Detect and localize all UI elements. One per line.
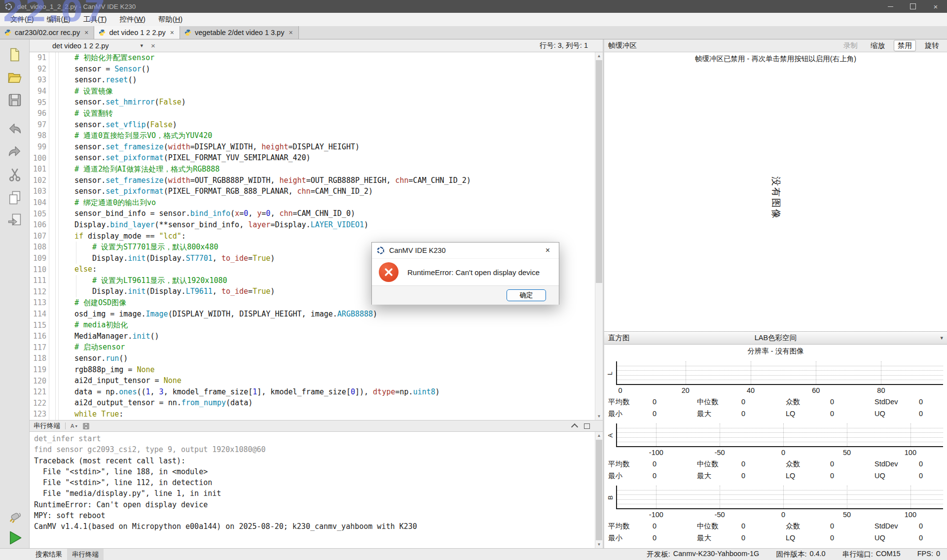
editor-scrollbar[interactable]: ▲ ▼ [595,52,603,420]
maximize-button[interactable] [902,0,924,13]
new-file-button[interactable] [5,45,24,64]
indent-guide [58,386,59,398]
terminal-scrollbar[interactable]: ▲ ▼ [595,432,603,548]
tab-close-icon[interactable]: × [83,29,89,36]
menu-item[interactable]: 控件(W) [113,15,151,24]
tab-close-icon[interactable]: × [169,29,175,36]
indent-guide [58,119,59,131]
frame-buffer-buttons: 录制缩放禁用旋转 [839,40,943,51]
line-number: 91 [30,53,49,62]
cut-button[interactable] [5,166,24,184]
frame-buffer-button[interactable]: 缩放 [867,40,889,51]
error-icon [379,262,399,282]
code-text: sensor.reset() [57,74,137,86]
document-selector[interactable]: det video 1 2 2.py [52,42,109,50]
python-file-icon [184,29,191,36]
tab-label: det video 1 2 2.py [109,29,165,36]
menu-item[interactable]: 工具(T) [77,15,113,24]
code-line: 116MediaManager.init() [30,331,603,342]
code-line: 114osd_img = image.Image(DISPLAY_WIDTH, … [30,309,603,320]
dialog-close-icon[interactable]: × [542,246,554,255]
frame-buffer-disabled-message: 帧缓冲区已禁用 - 再次单击禁用按钮以启用(右上角) [604,52,947,65]
popout-icon[interactable] [584,423,590,429]
tab-close-icon[interactable]: × [288,29,293,36]
stat-label: 最大 [697,532,741,544]
stat-value: 0 [830,520,874,532]
stat-value: 0 [653,408,697,420]
menu-item[interactable]: 文件(F) [4,15,40,24]
left-toolbar [0,39,30,548]
save-file-button[interactable] [5,91,24,109]
redo-button[interactable] [5,143,24,162]
serial-terminal[interactable]: det_infer startfind sensor gc2093_csi2, … [30,432,603,548]
save-log-icon[interactable] [83,423,89,429]
terminal-scrollbar-thumb[interactable] [596,440,602,540]
ok-button[interactable]: 确定 [507,289,546,301]
indent-guide [76,286,76,297]
status-tab[interactable]: 串行终端 [67,549,104,560]
stat-label: 众数 [786,396,830,408]
tab-label: vegetable 2/det video 1 3.py [195,29,284,36]
minimize-button[interactable] [879,0,902,13]
code-text: # 通道0直接给到显示VO，格式为YUV420 [57,130,212,141]
code-line: 102sensor.set_framesize(width=OUT_RGB888… [30,175,603,186]
indent-guide [58,375,59,386]
editor-tab[interactable]: det video 1 2 2.py× [94,26,180,39]
channel-stats: 平均数0中位数0众数0StdDev0最小0最大0LQ0UQ0 [604,458,947,482]
scroll-down-icon[interactable]: ▼ [595,541,603,548]
colorspace-select[interactable]: LAB色彩空间 [604,333,947,343]
code-text: MediaManager.init() [57,331,159,342]
stat-value: 0 [653,458,697,470]
fold-column [49,152,56,164]
undo-button[interactable] [5,120,24,139]
code-text: # 初始化并配置sensor [57,52,154,64]
chevron-down-icon[interactable]: ▾ [940,335,943,341]
code-editor[interactable]: 91# 初始化并配置sensor92sensor = Sensor()93sen… [30,52,603,420]
scroll-down-icon[interactable]: ▼ [595,413,603,420]
stat-label: UQ [874,408,919,420]
document-dropdown-icon[interactable]: ▾ [140,42,143,49]
editor-tab[interactable]: car230/02.ocr rec.py× [0,26,94,39]
fold-column [49,74,56,86]
menu-item[interactable]: 帮助(H) [152,15,189,24]
editor-tab[interactable]: vegetable 2/det video 1 3.py× [180,26,299,39]
document-close-icon[interactable]: × [151,41,155,50]
paste-button[interactable] [5,211,24,230]
indent-guide [58,409,59,420]
code-line: 115# media初始化 [30,319,603,331]
stat-label: 中位数 [697,458,741,470]
stat-value: 0 [830,532,874,544]
close-button[interactable]: × [924,0,947,13]
indent-guide [58,397,59,409]
menu-item[interactable]: 编辑(E) [40,15,77,24]
run-button[interactable] [5,528,24,547]
code-text: sensor.set_framesize(width=OUT_RGB888P_W… [57,175,471,186]
fold-column [49,52,56,64]
code-line: 119rgb888p_img = None [30,364,603,376]
line-number: 92 [30,65,49,73]
frame-buffer-button[interactable]: 禁用 [894,40,916,51]
copy-button[interactable] [5,188,24,207]
editor-scrollbar-thumb[interactable] [596,60,602,283]
line-number: 109 [30,254,49,263]
terminal-line: File "<stdin>", line 188, in <module> [30,466,603,477]
open-file-button[interactable] [5,68,24,87]
code-line: 97sensor.set_vflip(False) [30,119,603,131]
collapse-icon[interactable] [571,423,578,430]
toolbar-bottom-group [0,508,29,547]
fold-column [49,275,56,286]
stat-label: LQ [786,408,830,420]
font-size-icon[interactable]: A▼ [71,423,78,429]
connect-button[interactable] [5,508,24,527]
scroll-up-icon[interactable]: ▲ [595,432,603,439]
status-tab[interactable]: 搜索结果 [31,549,67,560]
code-line: 96# 设置翻转 [30,108,603,119]
fold-column [49,297,56,309]
line-number: 110 [30,265,49,274]
scroll-up-icon[interactable]: ▲ [595,52,603,60]
dialog-footer: 确定 [372,285,559,305]
line-number: 122 [30,399,49,408]
frame-buffer-button[interactable]: 旋转 [921,40,943,51]
histogram-plot [616,361,943,385]
stat-label: 众数 [786,458,830,470]
